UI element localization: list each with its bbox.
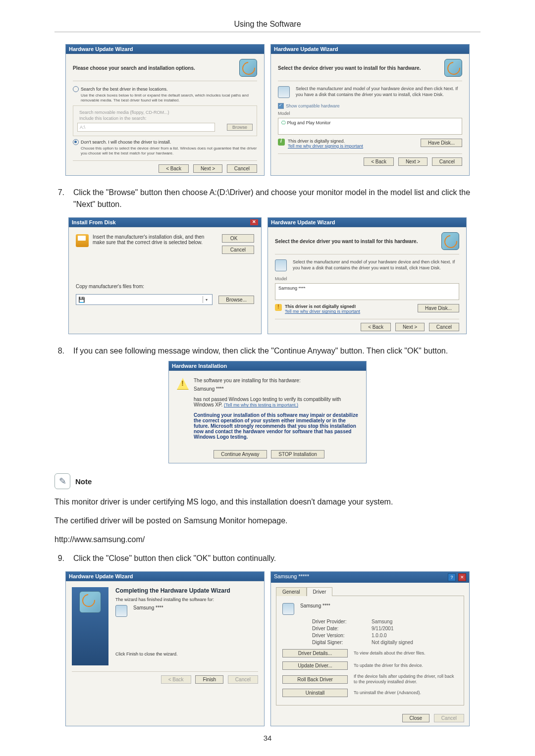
tell-me-link[interactable]: Tell me why driver signing is important: [288, 144, 363, 149]
uninstall-button[interactable]: Uninstall: [282, 689, 348, 697]
driver-icon: [115, 605, 127, 617]
wizard-side-panel: [72, 587, 108, 665]
radio-search-locations[interactable]: Search for the best driver in these loca…: [73, 86, 257, 92]
dialog-title: Hardware Update Wizard: [66, 45, 264, 54]
monitor-icon: [282, 603, 294, 615]
model-list[interactable]: 🖵 Plug and Play Monitor: [278, 118, 462, 135]
helper-text: Select the manufacturer and model of you…: [296, 86, 462, 98]
next-button[interactable]: Next >: [395, 323, 425, 331]
radio-icon: [73, 86, 79, 92]
step-number: 8.: [54, 345, 64, 357]
desc-uninstall: To uninstall the driver (Advanced).: [354, 690, 458, 696]
back-button: < Back: [161, 675, 191, 684]
v-provider: Samsung: [372, 619, 392, 624]
show-compatible-checkbox[interactable]: Show compatible hardware: [278, 103, 462, 109]
location-input: A:\: [77, 123, 215, 132]
props-device: Samsung ****: [300, 603, 330, 608]
stop-installation-button[interactable]: STOP Installation: [271, 450, 324, 458]
tab-general[interactable]: General: [276, 587, 307, 596]
signed-text: This driver is digitally signed.: [288, 139, 415, 144]
checkbox-label: Show compatible hardware: [286, 103, 340, 108]
radio-dont-search[interactable]: Don't search. I will choose the driver t…: [73, 139, 257, 145]
model-header: Model: [278, 111, 462, 116]
rollback-driver-button[interactable]: Roll Back Driver: [282, 675, 348, 684]
driver-details-button[interactable]: Driver Details...: [282, 649, 348, 657]
figure-row-1: Hardware Update Wizard Please choose you…: [54, 44, 481, 176]
tell-me-link[interactable]: (Tell me why this testing is important.): [224, 403, 298, 407]
monitor-icon: 🖵: [281, 120, 287, 125]
model-header: Model: [275, 276, 459, 281]
step-number: 9.: [54, 553, 64, 564]
radio1-helper: Use the check boxes below to limit or ex…: [81, 93, 257, 102]
next-button[interactable]: Next >: [193, 164, 222, 173]
model-item: Samsung ****: [278, 286, 306, 291]
wizard-heading: Select the device driver you want to ins…: [275, 239, 418, 244]
finish-note: Click Finish to close the wizard.: [115, 652, 258, 656]
finish-button[interactable]: Finish: [195, 675, 223, 684]
cancel-button[interactable]: Cancel: [227, 164, 257, 173]
v-version: 1.0.0.0: [372, 633, 387, 638]
select-driver-dialog-2: Hardware Update Wizard Select the device…: [268, 217, 467, 334]
disk-icon: [278, 86, 290, 98]
step-number: 7.: [54, 187, 64, 210]
help-icon[interactable]: ?: [448, 573, 456, 581]
hw-device: Samsung ****: [194, 386, 358, 392]
driver-properties-dialog: Samsung ***** ? ✕ General Driver Samsung…: [270, 571, 470, 726]
have-disk-button[interactable]: Have Disk...: [418, 304, 459, 312]
header-rule: [54, 32, 481, 32]
model-list[interactable]: Samsung ****: [275, 283, 459, 300]
continue-anyway-button[interactable]: Continue Anyway: [214, 450, 267, 458]
ok-button[interactable]: OK: [222, 234, 254, 243]
update-driver-button[interactable]: Update Driver...: [282, 661, 348, 670]
completing-wizard-dialog: Hardware Update Wizard Completing the Ha…: [65, 571, 265, 726]
k-date: Driver Date:: [312, 626, 372, 631]
hw-line1: The software you are installing for this…: [194, 378, 358, 383]
v-signer: Not digitally signed: [372, 640, 413, 645]
page-header: Using the Software: [54, 20, 481, 29]
dialog-title: Hardware Installation: [169, 361, 366, 371]
helper-text: Select the manufacturer and model of you…: [293, 259, 459, 271]
wizard-heading: Select the device driver you want to ins…: [278, 65, 421, 71]
k-signer: Digital Signer:: [312, 640, 372, 645]
warning-icon: [275, 304, 282, 311]
search-fieldset: Search removable media (floppy, CD-ROM..…: [73, 105, 257, 136]
desc-update: To update the driver for this device.: [354, 663, 458, 668]
checkbox-icon: [278, 103, 284, 109]
search-options-dialog: Hardware Update Wizard Please choose you…: [65, 44, 265, 176]
close-button[interactable]: Close: [402, 714, 430, 722]
radio-icon: [73, 139, 79, 145]
completing-device: Samsung ****: [133, 605, 163, 610]
step-text: Click the "Close" button then click "OK"…: [73, 553, 481, 564]
floppy-icon: [76, 234, 89, 247]
back-button[interactable]: < Back: [364, 157, 394, 166]
cancel-button[interactable]: Cancel: [432, 157, 462, 166]
note-url: http://www.samsung.com/: [54, 534, 481, 546]
cancel-button: Cancel: [228, 675, 258, 684]
desc-rollback: If the device fails after updating the d…: [354, 674, 458, 685]
close-icon[interactable]: ✕: [458, 573, 466, 581]
cancel-button[interactable]: Cancel: [429, 323, 459, 331]
back-button[interactable]: < Back: [361, 323, 391, 331]
model-item: Plug and Play Monitor: [287, 120, 331, 125]
dialog-title: Hardware Update Wizard: [271, 45, 469, 54]
next-button[interactable]: Next >: [398, 157, 428, 166]
step-text: If you can see following message window,…: [73, 345, 481, 357]
desc-details: To view details about the driver files.: [354, 651, 458, 656]
tab-driver[interactable]: Driver: [307, 587, 333, 596]
radio-label: Search for the best driver in these loca…: [81, 87, 168, 92]
not-signed-text: This driver is not digitally signed!: [285, 304, 412, 309]
back-button[interactable]: < Back: [159, 164, 189, 173]
cancel-button[interactable]: Cancel: [222, 246, 254, 254]
page-number: 34: [0, 734, 535, 742]
chevron-down-icon[interactable]: ▾: [203, 296, 210, 303]
tell-me-link[interactable]: Tell me why driver signing is important: [285, 309, 360, 314]
note-p2: The certified driver will be posted on S…: [54, 515, 481, 527]
browse-button[interactable]: Browse...: [218, 296, 254, 304]
browse-button: Browse: [227, 124, 253, 131]
close-icon[interactable]: ✕: [250, 219, 258, 225]
chk-include-loc: Include this location in the search:: [79, 116, 147, 121]
figure-row-3: Hardware Update Wizard Completing the Ha…: [54, 571, 481, 726]
have-disk-button[interactable]: Have Disk...: [421, 139, 462, 147]
path-input[interactable]: 💾 ▾: [76, 294, 213, 305]
drive-icon: 💾: [78, 297, 85, 303]
